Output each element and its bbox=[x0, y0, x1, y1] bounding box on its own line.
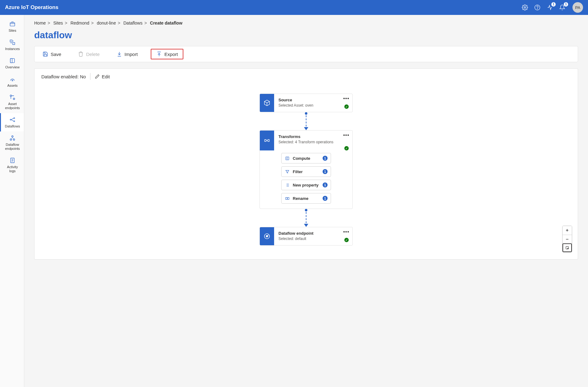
breadcrumb-current: Create dataflow bbox=[150, 21, 182, 25]
endpoint-title: Dataflow endpoint bbox=[278, 231, 348, 236]
zoom-fit-button[interactable] bbox=[563, 243, 572, 252]
svg-point-8 bbox=[12, 80, 13, 81]
sidebar-item-instances[interactable]: Instances bbox=[0, 36, 24, 54]
more-icon[interactable]: ••• bbox=[343, 229, 349, 235]
transform-operations-list: Compute 1 Filter 1 New property 1 bbox=[260, 150, 352, 209]
export-label: Export bbox=[164, 52, 178, 57]
more-icon[interactable]: ••• bbox=[343, 132, 349, 138]
import-label: Import bbox=[125, 52, 138, 57]
transforms-title: Transforms bbox=[278, 134, 348, 139]
endpoint-subtitle: Selected: default bbox=[278, 237, 348, 241]
svg-point-0 bbox=[524, 7, 526, 8]
svg-rect-5 bbox=[13, 43, 15, 45]
svg-rect-18 bbox=[265, 140, 266, 142]
svg-rect-7 bbox=[10, 58, 12, 62]
breadcrumb: Home> Sites> Redmond> donut-line> Datafl… bbox=[34, 21, 578, 25]
main-content: Home> Sites> Redmond> donut-line> Datafl… bbox=[24, 15, 588, 387]
save-icon bbox=[43, 51, 48, 57]
export-button[interactable]: Export bbox=[151, 49, 183, 59]
breadcrumb-item[interactable]: Redmond bbox=[71, 21, 90, 25]
pencil-icon bbox=[95, 74, 100, 79]
transform-op-count: 1 bbox=[323, 156, 328, 161]
transform-op-count: 1 bbox=[323, 169, 328, 174]
sidebar-item-dataflows[interactable]: Dataflows bbox=[0, 113, 24, 131]
svg-point-2 bbox=[537, 9, 538, 9]
status-bar: Dataflow enabled: No Edit bbox=[34, 68, 578, 84]
dataflow-endpoints-icon bbox=[9, 135, 16, 141]
sidebar-item-dataflow-endpoints[interactable]: Dataflow endpoints bbox=[0, 131, 24, 154]
diagnostics-icon[interactable]: 1 bbox=[546, 4, 553, 11]
svg-rect-4 bbox=[10, 40, 12, 42]
filter-icon bbox=[285, 169, 290, 174]
save-label: Save bbox=[51, 52, 61, 57]
sidebar-item-label: Dataflow endpoints bbox=[5, 143, 20, 151]
edit-label: Edit bbox=[102, 74, 110, 79]
zoom-in-button[interactable]: + bbox=[563, 226, 572, 235]
status-ok-icon: ✓ bbox=[344, 146, 349, 150]
transform-op-label: New property bbox=[293, 183, 319, 187]
avatar[interactable]: PA bbox=[572, 2, 583, 13]
svg-point-12 bbox=[14, 117, 15, 118]
list-icon bbox=[285, 182, 290, 187]
transforms-node[interactable]: Transforms Selected: 4 Transform operati… bbox=[260, 130, 353, 209]
breadcrumb-item[interactable]: Sites bbox=[53, 21, 63, 25]
svg-rect-19 bbox=[268, 140, 269, 142]
left-nav: Sites Instances Overview Assets Asset en… bbox=[0, 15, 24, 387]
breadcrumb-item[interactable]: Dataflows bbox=[123, 21, 142, 25]
transform-op-count: 1 bbox=[323, 196, 328, 201]
svg-point-11 bbox=[10, 119, 11, 120]
source-subtitle: Selected Asset: oven bbox=[278, 103, 348, 108]
notifications-badge: 1 bbox=[564, 2, 568, 7]
transform-op-compute[interactable]: Compute 1 bbox=[281, 153, 331, 164]
divider bbox=[90, 73, 90, 80]
svg-rect-22 bbox=[287, 197, 289, 199]
source-title: Source bbox=[278, 98, 348, 102]
zoom-out-button[interactable]: − bbox=[563, 235, 572, 243]
svg-point-1 bbox=[535, 5, 540, 10]
sidebar-item-label: Activity logs bbox=[7, 165, 18, 173]
transform-op-count: 1 bbox=[323, 182, 328, 187]
sidebar-item-sites[interactable]: Sites bbox=[0, 17, 24, 36]
transform-op-filter[interactable]: Filter 1 bbox=[281, 166, 331, 177]
breadcrumb-item[interactable]: donut-line bbox=[97, 21, 116, 25]
save-button[interactable]: Save bbox=[39, 49, 65, 59]
compute-icon bbox=[285, 156, 290, 161]
topbar-icons: 1 1 PA bbox=[521, 2, 583, 13]
topbar: Azure IoT Operations 1 1 PA bbox=[0, 0, 588, 15]
svg-rect-6 bbox=[10, 58, 14, 62]
transforms-subtitle: Selected: 4 Transform operations bbox=[278, 140, 348, 144]
svg-point-13 bbox=[14, 121, 15, 122]
gear-icon[interactable] bbox=[521, 4, 528, 11]
status-ok-icon: ✓ bbox=[344, 104, 349, 109]
breadcrumb-item[interactable]: Home bbox=[34, 21, 46, 25]
bell-icon[interactable]: 1 bbox=[559, 4, 566, 11]
trash-icon bbox=[78, 51, 84, 57]
source-node[interactable]: Source Selected Asset: oven ••• ✓ bbox=[260, 94, 353, 112]
status-ok-icon: ✓ bbox=[344, 238, 349, 242]
more-icon[interactable]: ••• bbox=[343, 96, 349, 101]
sidebar-item-label: Instances bbox=[5, 47, 20, 51]
sidebar-item-label: Sites bbox=[9, 29, 16, 33]
asset-endpoints-icon bbox=[9, 94, 16, 101]
edit-button[interactable]: Edit bbox=[95, 74, 110, 79]
transform-op-rename[interactable]: Rename 1 bbox=[281, 193, 331, 204]
toolbar: Save Delete Import Export bbox=[34, 46, 578, 62]
rename-icon bbox=[285, 196, 290, 201]
sidebar-item-assets[interactable]: Assets bbox=[0, 72, 24, 91]
dataflow-canvas: Source Selected Asset: oven ••• ✓ Transf… bbox=[34, 84, 578, 260]
activity-logs-icon bbox=[9, 157, 16, 164]
zoom-controls: + − bbox=[562, 226, 572, 252]
endpoint-node[interactable]: Dataflow endpoint Selected: default ••• … bbox=[260, 227, 353, 246]
svg-point-9 bbox=[10, 95, 12, 97]
export-icon bbox=[156, 51, 162, 57]
diagnostics-badge: 1 bbox=[551, 2, 556, 7]
transform-op-new-property[interactable]: New property 1 bbox=[281, 180, 331, 190]
instances-icon bbox=[9, 39, 16, 46]
sidebar-item-activity-logs[interactable]: Activity logs bbox=[0, 154, 24, 176]
help-icon[interactable] bbox=[534, 4, 541, 11]
sidebar-item-overview[interactable]: Overview bbox=[0, 54, 24, 72]
import-button[interactable]: Import bbox=[113, 49, 142, 59]
transform-op-label: Filter bbox=[293, 169, 319, 174]
brand-title: Azure IoT Operations bbox=[5, 4, 521, 11]
sidebar-item-asset-endpoints[interactable]: Asset endpoints bbox=[0, 91, 24, 113]
